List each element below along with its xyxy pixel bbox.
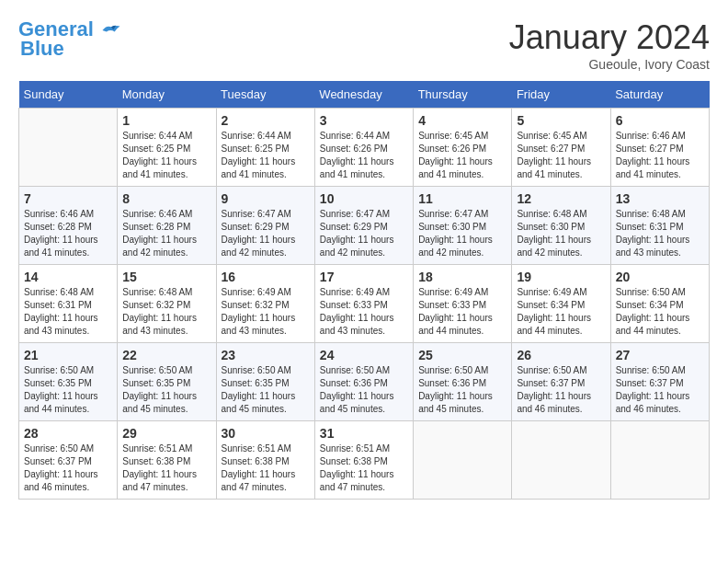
day-info: Sunrise: 6:51 AMSunset: 6:38 PMDaylight:… <box>320 442 408 494</box>
calendar-day: 13Sunrise: 6:48 AMSunset: 6:31 PMDayligh… <box>610 187 709 265</box>
day-info: Sunrise: 6:46 AMSunset: 6:28 PMDaylight:… <box>24 208 112 259</box>
day-number: 22 <box>122 348 210 362</box>
day-number: 7 <box>24 191 112 206</box>
day-number: 9 <box>222 191 310 206</box>
days-header-row: Sunday Monday Tuesday Wednesday Thursday… <box>19 81 710 109</box>
calendar-day: 3Sunrise: 6:44 AMSunset: 6:26 PMDaylight… <box>314 109 413 187</box>
day-number: 10 <box>320 191 408 206</box>
page-header: General Blue January 2024 Gueoule, Ivory… <box>18 18 710 72</box>
calendar-day: 19Sunrise: 6:49 AMSunset: 6:34 PMDayligh… <box>512 265 610 343</box>
day-number: 26 <box>517 348 605 362</box>
day-number: 1 <box>122 113 210 128</box>
location-subtitle: Gueoule, Ivory Coast <box>509 57 710 72</box>
day-info: Sunrise: 6:50 AMSunset: 6:37 PMDaylight:… <box>24 442 112 494</box>
day-info: Sunrise: 6:44 AMSunset: 6:25 PMDaylight:… <box>222 130 310 181</box>
day-number: 24 <box>320 348 408 362</box>
calendar-day: 10Sunrise: 6:47 AMSunset: 6:29 PMDayligh… <box>314 187 413 265</box>
logo-blue: Blue <box>20 37 64 61</box>
day-info: Sunrise: 6:45 AMSunset: 6:27 PMDaylight:… <box>517 130 605 181</box>
day-number: 2 <box>222 113 310 128</box>
calendar-day: 6Sunrise: 6:46 AMSunset: 6:27 PMDaylight… <box>610 109 709 187</box>
day-number: 15 <box>122 270 210 284</box>
day-info: Sunrise: 6:47 AMSunset: 6:29 PMDaylight:… <box>320 208 408 259</box>
day-number: 6 <box>616 113 704 128</box>
day-number: 20 <box>616 270 704 284</box>
day-number: 14 <box>24 270 112 284</box>
calendar-day: 5Sunrise: 6:45 AMSunset: 6:27 PMDaylight… <box>512 109 610 187</box>
day-number: 25 <box>418 348 506 362</box>
day-info: Sunrise: 6:50 AMSunset: 6:35 PMDaylight:… <box>24 364 112 416</box>
day-info: Sunrise: 6:48 AMSunset: 6:32 PMDaylight:… <box>122 286 210 338</box>
calendar-day: 7Sunrise: 6:46 AMSunset: 6:28 PMDaylight… <box>19 187 118 265</box>
calendar-day: 26Sunrise: 6:50 AMSunset: 6:37 PMDayligh… <box>512 343 610 421</box>
day-info: Sunrise: 6:49 AMSunset: 6:32 PMDaylight:… <box>222 286 310 338</box>
day-info: Sunrise: 6:49 AMSunset: 6:34 PMDaylight:… <box>517 286 605 338</box>
day-number: 27 <box>616 348 704 362</box>
day-number: 31 <box>320 426 408 441</box>
calendar-day: 28Sunrise: 6:50 AMSunset: 6:37 PMDayligh… <box>19 421 118 500</box>
header-wednesday: Wednesday <box>314 81 413 109</box>
day-info: Sunrise: 6:50 AMSunset: 6:35 PMDaylight:… <box>222 364 310 416</box>
calendar-day: 17Sunrise: 6:49 AMSunset: 6:33 PMDayligh… <box>314 265 413 343</box>
calendar-day: 14Sunrise: 6:48 AMSunset: 6:31 PMDayligh… <box>19 265 118 343</box>
calendar-day: 24Sunrise: 6:50 AMSunset: 6:36 PMDayligh… <box>314 343 413 421</box>
calendar-day: 11Sunrise: 6:47 AMSunset: 6:30 PMDayligh… <box>414 187 512 265</box>
calendar-day <box>610 421 709 500</box>
calendar-week-4: 21Sunrise: 6:50 AMSunset: 6:35 PMDayligh… <box>19 343 710 421</box>
day-number: 12 <box>517 191 605 206</box>
title-area: January 2024 Gueoule, Ivory Coast <box>509 18 710 72</box>
calendar-day: 21Sunrise: 6:50 AMSunset: 6:35 PMDayligh… <box>19 343 118 421</box>
calendar-day <box>414 421 512 500</box>
day-number: 21 <box>24 348 112 362</box>
day-info: Sunrise: 6:50 AMSunset: 6:34 PMDaylight:… <box>616 286 704 338</box>
day-number: 23 <box>222 348 310 362</box>
day-info: Sunrise: 6:50 AMSunset: 6:37 PMDaylight:… <box>517 364 605 416</box>
calendar-day: 29Sunrise: 6:51 AMSunset: 6:38 PMDayligh… <box>118 421 216 500</box>
day-info: Sunrise: 6:51 AMSunset: 6:38 PMDaylight:… <box>122 442 210 494</box>
day-info: Sunrise: 6:50 AMSunset: 6:35 PMDaylight:… <box>122 364 210 416</box>
day-info: Sunrise: 6:50 AMSunset: 6:36 PMDaylight:… <box>320 364 408 416</box>
calendar-day: 30Sunrise: 6:51 AMSunset: 6:38 PMDayligh… <box>216 421 314 500</box>
calendar-day: 22Sunrise: 6:50 AMSunset: 6:35 PMDayligh… <box>118 343 216 421</box>
day-number: 17 <box>320 270 408 284</box>
day-info: Sunrise: 6:47 AMSunset: 6:30 PMDaylight:… <box>418 208 506 259</box>
calendar-week-3: 14Sunrise: 6:48 AMSunset: 6:31 PMDayligh… <box>19 265 710 343</box>
day-info: Sunrise: 6:48 AMSunset: 6:31 PMDaylight:… <box>616 208 704 259</box>
day-number: 19 <box>517 270 605 284</box>
day-info: Sunrise: 6:49 AMSunset: 6:33 PMDaylight:… <box>418 286 506 338</box>
calendar-day <box>512 421 610 500</box>
calendar-day: 9Sunrise: 6:47 AMSunset: 6:29 PMDaylight… <box>216 187 314 265</box>
calendar-day: 23Sunrise: 6:50 AMSunset: 6:35 PMDayligh… <box>216 343 314 421</box>
day-info: Sunrise: 6:49 AMSunset: 6:33 PMDaylight:… <box>320 286 408 338</box>
calendar-day <box>19 109 118 187</box>
calendar-day: 31Sunrise: 6:51 AMSunset: 6:38 PMDayligh… <box>314 421 413 500</box>
day-number: 30 <box>222 426 310 441</box>
day-number: 4 <box>418 113 506 128</box>
calendar-day: 20Sunrise: 6:50 AMSunset: 6:34 PMDayligh… <box>610 265 709 343</box>
calendar-day: 27Sunrise: 6:50 AMSunset: 6:37 PMDayligh… <box>610 343 709 421</box>
day-info: Sunrise: 6:50 AMSunset: 6:36 PMDaylight:… <box>418 364 506 416</box>
day-info: Sunrise: 6:47 AMSunset: 6:29 PMDaylight:… <box>222 208 310 259</box>
header-friday: Friday <box>512 81 610 109</box>
calendar-day: 25Sunrise: 6:50 AMSunset: 6:36 PMDayligh… <box>414 343 512 421</box>
header-thursday: Thursday <box>414 81 512 109</box>
day-number: 28 <box>24 426 112 441</box>
header-saturday: Saturday <box>610 81 709 109</box>
calendar-day: 4Sunrise: 6:45 AMSunset: 6:26 PMDaylight… <box>414 109 512 187</box>
calendar-day: 2Sunrise: 6:44 AMSunset: 6:25 PMDaylight… <box>216 109 314 187</box>
day-info: Sunrise: 6:44 AMSunset: 6:25 PMDaylight:… <box>122 130 210 181</box>
day-number: 29 <box>122 426 210 441</box>
month-title: January 2024 <box>509 18 710 57</box>
day-info: Sunrise: 6:44 AMSunset: 6:26 PMDaylight:… <box>320 130 408 181</box>
calendar-table: Sunday Monday Tuesday Wednesday Thursday… <box>18 81 710 500</box>
calendar-day: 8Sunrise: 6:46 AMSunset: 6:28 PMDaylight… <box>118 187 216 265</box>
day-number: 13 <box>616 191 704 206</box>
calendar-day: 15Sunrise: 6:48 AMSunset: 6:32 PMDayligh… <box>118 265 216 343</box>
day-info: Sunrise: 6:48 AMSunset: 6:30 PMDaylight:… <box>517 208 605 259</box>
day-info: Sunrise: 6:50 AMSunset: 6:37 PMDaylight:… <box>616 364 704 416</box>
day-number: 3 <box>320 113 408 128</box>
calendar-day: 1Sunrise: 6:44 AMSunset: 6:25 PMDaylight… <box>118 109 216 187</box>
day-number: 11 <box>418 191 506 206</box>
day-info: Sunrise: 6:51 AMSunset: 6:38 PMDaylight:… <box>222 442 310 494</box>
calendar-day: 16Sunrise: 6:49 AMSunset: 6:32 PMDayligh… <box>216 265 314 343</box>
